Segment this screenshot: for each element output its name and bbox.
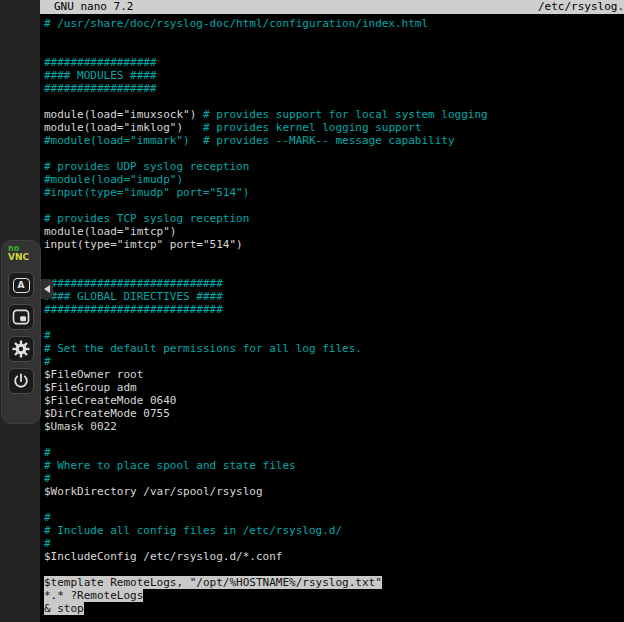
settings-button[interactable] [8, 336, 34, 362]
extra-keys-button[interactable]: A [8, 272, 34, 298]
terminal-line: $DirCreateMode 0755 [44, 407, 624, 420]
terminal-line [44, 316, 624, 329]
terminal-line: module(load="imuxsock") # provides suppo… [44, 108, 624, 121]
terminal-line: $FileCreateMode 0640 [44, 394, 624, 407]
fullscreen-icon [11, 307, 31, 327]
terminal-line: $WorkDirectory /var/spool/rsyslog [44, 485, 624, 498]
terminal-line [44, 147, 624, 160]
collapse-arrow-icon [44, 285, 50, 293]
terminal-line: # provides TCP syslog reception [44, 212, 624, 225]
terminal-line: #### GLOBAL DIRECTIVES #### [44, 290, 624, 303]
terminal-line: #module(load="imudp") [44, 173, 624, 186]
terminal-line: #module(load="immark") # provides --MARK… [44, 134, 624, 147]
power-button[interactable] [8, 368, 34, 394]
terminal-line: # [44, 329, 624, 342]
terminal-line: ########################### [44, 277, 624, 290]
power-icon [11, 371, 31, 391]
terminal-line: $Umask 0022 [44, 420, 624, 433]
terminal-line [44, 95, 624, 108]
terminal: GNU nano 7.2 /etc/rsyslog. # /usr/share/… [40, 0, 624, 622]
terminal-line [44, 251, 624, 264]
terminal-line [44, 43, 624, 56]
terminal-line: & stop [44, 602, 624, 615]
terminal-line: ################# [44, 56, 624, 69]
terminal-line [44, 30, 624, 43]
terminal-line: # Where to place spool and state files [44, 459, 624, 472]
terminal-line: # [44, 472, 624, 485]
terminal-line [44, 563, 624, 576]
terminal-line [44, 199, 624, 212]
vnc-control-bar: no VNC A [1, 240, 41, 424]
terminal-line: # [44, 446, 624, 459]
novnc-logo-vnc: VNC [8, 253, 29, 262]
terminal-line: module(load="imtcp") [44, 225, 624, 238]
nano-filename: /etc/rsyslog. [538, 0, 624, 14]
control-bar-handle[interactable] [41, 279, 53, 299]
terminal-line: # /usr/share/doc/rsyslog-doc/html/config… [44, 17, 624, 30]
terminal-line [44, 264, 624, 277]
terminal-line: *.* ?RemoteLogs [44, 589, 624, 602]
terminal-line [44, 498, 624, 511]
terminal-line: # [44, 537, 624, 550]
terminal-line: # Set the default permissions for all lo… [44, 342, 624, 355]
terminal-line: # [44, 355, 624, 368]
terminal-line: $FileOwner root [44, 368, 624, 381]
vnc-viewport: GNU nano 7.2 /etc/rsyslog. # /usr/share/… [0, 0, 624, 622]
gear-icon [11, 339, 31, 359]
terminal-line: $IncludeConfig /etc/rsyslog.d/*.conf [44, 550, 624, 563]
fullscreen-button[interactable] [8, 304, 34, 330]
terminal-line: module(load="imklog") # provides kernel … [44, 121, 624, 134]
terminal-line: ################# [44, 82, 624, 95]
terminal-line: # Include all config files in /etc/rsysl… [44, 524, 624, 537]
keyboard-key-icon: A [13, 278, 30, 293]
terminal-line: # provides UDP syslog reception [44, 160, 624, 173]
terminal-line: $FileGroup adm [44, 381, 624, 394]
nano-titlebar: GNU nano 7.2 /etc/rsyslog. [40, 0, 624, 14]
terminal-line: #input(type="imudp" port="514") [44, 186, 624, 199]
nano-version: GNU nano 7.2 [54, 0, 133, 14]
terminal-line: #### MODULES #### [44, 69, 624, 82]
terminal-line [44, 433, 624, 446]
terminal-line: ########################### [44, 303, 624, 316]
editor-content[interactable]: # /usr/share/doc/rsyslog-doc/html/config… [40, 14, 624, 615]
terminal-line: $template RemoteLogs, "/opt/%HOSTNAME%/r… [44, 576, 624, 589]
terminal-line: # [44, 511, 624, 524]
terminal-line: input(type="imtcp" port="514") [44, 238, 624, 251]
novnc-logo: no VNC [2, 245, 29, 262]
